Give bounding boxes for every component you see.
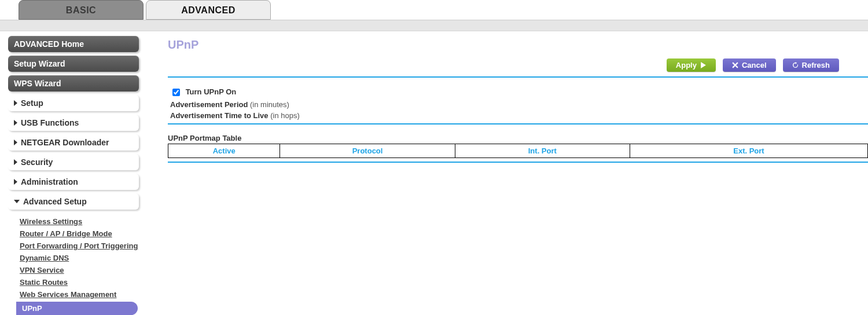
subnav-port-forwarding[interactable]: Port Forwarding / Port Triggering: [20, 240, 139, 252]
sidebar-item-label: Advanced Setup: [23, 197, 87, 206]
sidebar-item-netgear-downloader[interactable]: NETGEAR Downloader: [8, 134, 139, 151]
portmap-table-title: UPnP Portmap Table: [168, 134, 868, 142]
tab-strip: [0, 20, 868, 31]
sidebar-pill-setup-wizard[interactable]: Setup Wizard: [8, 56, 139, 72]
subnav-web-services-management[interactable]: Web Services Management: [20, 288, 139, 301]
button-label: Cancel: [742, 61, 767, 69]
sidebar-item-label: Setup: [21, 98, 43, 108]
chevron-right-icon: [14, 159, 17, 165]
turn-upnp-on-label: Turn UPnP On: [186, 87, 237, 96]
button-label: Refresh: [802, 61, 830, 69]
sidebar-pill-wps-wizard[interactable]: WPS Wizard: [8, 75, 139, 91]
sidebar-item-usb-functions[interactable]: USB Functions: [8, 115, 139, 131]
apply-button[interactable]: Apply: [667, 58, 716, 72]
sidebar-item-label: Administration: [21, 177, 78, 186]
subnav-dynamic-dns[interactable]: Dynamic DNS: [20, 252, 139, 264]
sidebar-submenu: Wireless Settings Router / AP / Bridge M…: [8, 213, 139, 315]
col-active: Active: [168, 144, 280, 158]
refresh-icon: [792, 62, 799, 68]
sidebar-pill-advanced-home[interactable]: ADVANCED Home: [8, 36, 139, 52]
ad-period-unit: (in minutes): [250, 100, 289, 109]
subnav-wireless-settings[interactable]: Wireless Settings: [20, 215, 139, 228]
sidebar-item-setup[interactable]: Setup: [8, 95, 139, 111]
subnav-upnp[interactable]: UPnP: [16, 302, 138, 315]
chevron-right-icon: [14, 120, 17, 126]
sidebar-item-label: Security: [21, 158, 53, 167]
col-ext-port: Ext. Port: [630, 144, 867, 158]
cancel-button[interactable]: Cancel: [723, 58, 776, 72]
sidebar: ADVANCED Home Setup Wizard WPS Wizard Se…: [0, 31, 145, 315]
subnav-vpn-service[interactable]: VPN Service: [20, 264, 139, 276]
subnav-static-routes[interactable]: Static Routes: [20, 276, 139, 288]
subnav-router-ap-bridge[interactable]: Router / AP / Bridge Mode: [20, 228, 139, 240]
ad-ttl-unit: (in hops): [270, 111, 300, 120]
row-turn-upnp-on: Turn UPnP On: [170, 87, 868, 98]
ad-period-label: Advertisement Period: [170, 100, 248, 109]
play-icon: [700, 62, 707, 68]
button-label: Apply: [676, 61, 697, 69]
page-title: UPnP: [168, 38, 868, 52]
turn-upnp-on-checkbox[interactable]: [172, 89, 180, 96]
action-bar: Apply Cancel Refresh: [168, 58, 868, 72]
divider: [168, 76, 868, 78]
ad-ttl-label: Advertisement Time to Live: [170, 111, 269, 120]
chevron-right-icon: [14, 140, 17, 145]
divider: [168, 162, 868, 163]
col-int-port: Int. Port: [455, 144, 630, 158]
sidebar-item-label: NETGEAR Downloader: [21, 138, 109, 147]
row-ad-period: Advertisement Period (in minutes): [170, 100, 868, 109]
chevron-right-icon: [14, 179, 17, 185]
sidebar-item-security[interactable]: Security: [8, 154, 139, 170]
col-protocol: Protocol: [280, 144, 455, 158]
portmap-table: Active Protocol Int. Port Ext. Port: [168, 144, 868, 158]
sidebar-item-label: USB Functions: [21, 118, 79, 127]
chevron-right-icon: [14, 100, 17, 106]
content: UPnP Apply Cancel Refresh Turn UPnP On: [145, 31, 868, 315]
sidebar-item-administration[interactable]: Administration: [8, 174, 139, 190]
tab-basic[interactable]: BASIC: [19, 0, 144, 20]
row-ad-ttl: Advertisement Time to Live (in hops): [170, 111, 868, 120]
chevron-down-icon: [14, 200, 20, 203]
tab-advanced[interactable]: ADVANCED: [146, 0, 271, 20]
refresh-button[interactable]: Refresh: [783, 58, 839, 72]
divider: [168, 123, 868, 124]
sidebar-item-advanced-setup[interactable]: Advanced Setup: [8, 193, 139, 210]
close-icon: [732, 62, 738, 68]
